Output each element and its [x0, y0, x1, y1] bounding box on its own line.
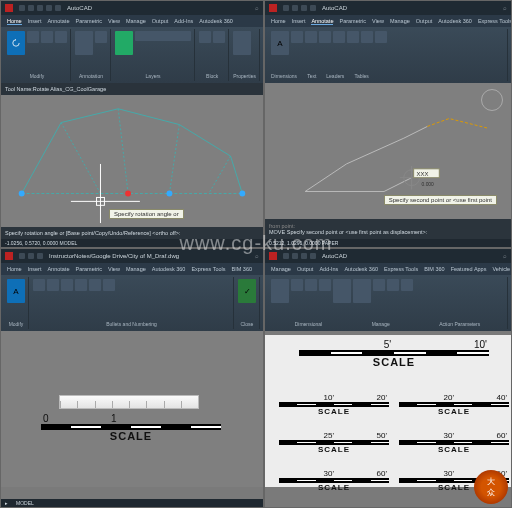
text-style-icon[interactable]: A: [7, 279, 25, 303]
tab-parametric[interactable]: Parametric: [75, 18, 102, 24]
bullets-icon[interactable]: [47, 279, 59, 291]
paper-space[interactable]: XXX 0.000 Specify second point or <use f…: [265, 83, 511, 227]
autocad-window-rotate: AutoCAD ⌕ Home Insert Annotate Parametri…: [0, 0, 264, 248]
search-box[interactable]: ⌕: [185, 253, 259, 259]
panel-properties: Properties: [230, 29, 260, 81]
quick-access-toolbar[interactable]: [19, 5, 61, 11]
model-space[interactable]: Specify rotation angle or: [1, 95, 263, 227]
parameters-manager-icon[interactable]: [333, 279, 351, 303]
ribbon-tabs[interactable]: Home Insert Annotate Parametric View Man…: [1, 263, 263, 275]
viewcube-icon[interactable]: [481, 89, 503, 111]
ribbon-tabs[interactable]: Home Insert Annotate Parametric View Man…: [1, 15, 263, 27]
edit-block-icon[interactable]: [213, 31, 225, 43]
search-box[interactable]: ⌕: [98, 5, 259, 11]
center-mark-icon[interactable]: [333, 31, 345, 43]
tab-home[interactable]: Home: [7, 18, 22, 25]
app-menu-icon[interactable]: [269, 252, 277, 260]
panel-modify: A Dimensions Text Leaders Tables: [268, 29, 508, 81]
point-icon[interactable]: [373, 279, 385, 291]
linear-constraint-icon[interactable]: [271, 279, 289, 303]
model-space[interactable]: 0 1 SCALE: [1, 331, 263, 487]
revision-cloud-icon[interactable]: [361, 31, 373, 43]
authoring-palettes-icon[interactable]: [353, 279, 371, 303]
layer-properties-icon[interactable]: [115, 31, 133, 55]
title-bar: AutoCAD ⌕: [265, 249, 511, 263]
angular-constraint-icon[interactable]: [305, 279, 317, 291]
scale-bar-20-40: 20'40' SCALE: [399, 393, 509, 416]
command-line[interactable]: from point: MOVE Specify second point or…: [265, 219, 511, 239]
tab-360[interactable]: Autodesk 360: [199, 18, 233, 24]
panel-modify: Modify: [4, 29, 71, 81]
tab-insert[interactable]: Insert: [28, 18, 42, 24]
scale-list-icon[interactable]: [375, 31, 387, 43]
aligned-constraint-icon[interactable]: [291, 279, 303, 291]
autocad-window-scalebars: AutoCAD ⌕ Manage Output Add-Ins Autodesk…: [264, 248, 512, 508]
app-menu-icon[interactable]: [269, 4, 277, 12]
panel-label: Modify: [7, 73, 67, 79]
site-badge-icon: 大众: [474, 470, 508, 504]
leader-icon[interactable]: [305, 31, 317, 43]
match-props-icon[interactable]: [233, 31, 251, 55]
svg-line-2: [169, 125, 179, 194]
svg-line-0: [61, 123, 100, 194]
justify-icon[interactable]: [33, 279, 45, 291]
ribbon-tabs[interactable]: Manage Output Add-Ins Autodesk 360 Expre…: [265, 263, 511, 275]
panel-layers: Layers: [112, 29, 195, 81]
title-bar: AutoCAD ⌕: [1, 1, 263, 15]
tab-addins[interactable]: Add-Ins: [174, 18, 193, 24]
tab-annotate[interactable]: Annotate: [47, 18, 69, 24]
paper-space[interactable]: 5' 10' SCALE 10'20' SCALE 20'40' SCALE 2…: [265, 335, 511, 487]
app-menu-icon[interactable]: [5, 4, 13, 12]
app-menu-icon[interactable]: [5, 252, 13, 260]
move-action-icon[interactable]: [387, 279, 399, 291]
ribbon: A Dimensions Text Leaders Tables: [265, 27, 511, 83]
wipeout-icon[interactable]: [347, 31, 359, 43]
tab-view[interactable]: View: [108, 18, 120, 24]
svg-line-1: [118, 109, 128, 194]
columns-icon[interactable]: [75, 279, 87, 291]
autocad-window-scalebar-single: InstructorNotes/Google Drive/City of M_D…: [0, 248, 264, 508]
base-point-icon: [125, 191, 131, 197]
layer-dropdown[interactable]: [135, 31, 191, 41]
symbol-icon[interactable]: [89, 279, 101, 291]
command-line[interactable]: Specify rotation angle or [Base point/Co…: [1, 227, 263, 239]
stretch-icon[interactable]: [55, 31, 67, 43]
cursor-readout: XXX: [417, 171, 429, 177]
attribute-icon[interactable]: [401, 279, 413, 291]
table-icon[interactable]: [319, 31, 331, 43]
panel-annotation: Annotation: [72, 29, 111, 81]
field-icon[interactable]: [103, 279, 115, 291]
dimension-icon[interactable]: [291, 31, 303, 43]
dynamic-input-tooltip[interactable]: Specify second point or <use first point: [384, 195, 497, 205]
scale-tick-right: 1: [111, 413, 117, 424]
dynamic-input-tooltip[interactable]: Specify rotation angle or: [109, 209, 184, 219]
rotate-icon[interactable]: [7, 31, 25, 55]
tab-output[interactable]: Output: [152, 18, 169, 24]
svg-text:0.000: 0.000: [422, 182, 435, 187]
copy-icon[interactable]: [41, 31, 53, 43]
quick-access-toolbar[interactable]: [283, 253, 316, 259]
sub-toolbar: Tool Name:Rotate Alias_CG_CoolGarage: [1, 83, 263, 95]
text-ruler[interactable]: [59, 395, 199, 409]
tab-manage[interactable]: Manage: [126, 18, 146, 24]
quick-access-toolbar[interactable]: [283, 5, 316, 11]
search-box[interactable]: ⌕: [353, 5, 507, 11]
move-icon[interactable]: [27, 31, 39, 43]
quick-access-toolbar[interactable]: [19, 253, 43, 259]
search-box[interactable]: ⌕: [353, 253, 507, 259]
svg-point-8: [19, 191, 25, 197]
multiline-text-icon[interactable]: A: [271, 31, 289, 55]
scale-bar-25-50: 25'50' SCALE: [279, 431, 389, 454]
scale-tick-left: 0: [43, 413, 49, 424]
close-editor-icon[interactable]: ✓: [238, 279, 256, 303]
panel-block: Block: [196, 29, 229, 81]
svg-line-3: [209, 156, 231, 193]
line-spacing-icon[interactable]: [61, 279, 73, 291]
ribbon-tabs[interactable]: Home Insert Annotate Parametric View Man…: [265, 15, 511, 27]
text-icon[interactable]: [75, 31, 93, 55]
ribbon: Modify Annotation Layers Block Propertie…: [1, 27, 263, 83]
constraint-settings-icon[interactable]: [319, 279, 331, 291]
insert-block-icon[interactable]: [199, 31, 211, 43]
autocad-window-move: AutoCAD ⌕ Home Insert Annotate Parametri…: [264, 0, 512, 248]
dim-icon[interactable]: [95, 31, 107, 43]
